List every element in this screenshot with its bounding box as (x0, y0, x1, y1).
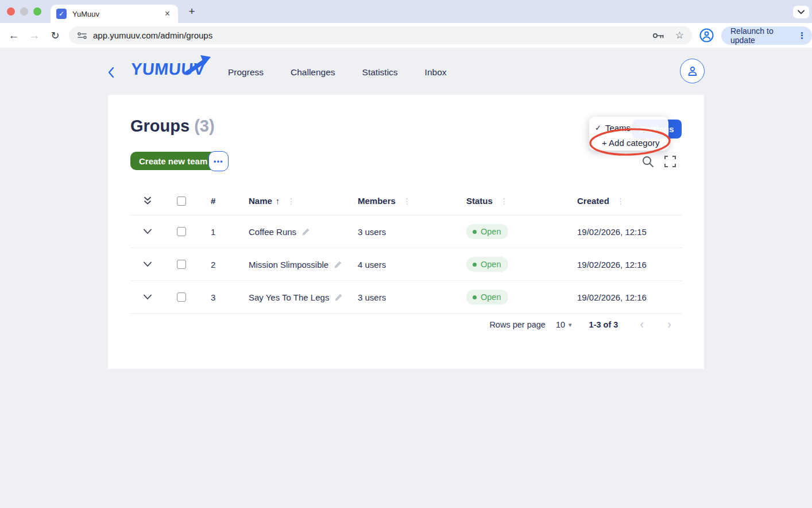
browser-menu-kebab-icon[interactable]: ⋮ (798, 30, 806, 41)
nav-item-inbox[interactable]: Inbox (425, 67, 447, 78)
status-label: Open (481, 227, 501, 236)
yumuuv-logo[interactable]: YUMUUV (131, 60, 205, 80)
table-row: 3 Say Yes To The Legs 3 users Open 19/02… (130, 281, 682, 314)
created-date: 19/02/2026, 12:16 (563, 293, 682, 302)
status-dot-icon (473, 263, 477, 267)
nav-item-challenges[interactable]: Challenges (291, 67, 335, 78)
fullscreen-icon[interactable] (664, 156, 676, 167)
status-badge: Open (466, 224, 508, 239)
row-expand-button[interactable] (130, 229, 165, 234)
chevron-down-icon (143, 294, 152, 300)
relaunch-to-update-button[interactable]: Relaunch to update ⋮ (721, 26, 812, 45)
nav-item-statistics[interactable]: Statistics (362, 67, 398, 78)
dropdown-item-add-category[interactable]: + Add category (589, 136, 668, 149)
created-date: 19/02/2026, 12:16 (563, 260, 682, 270)
column-menu-kebab-icon[interactable]: ⋮ (500, 197, 508, 206)
double-chevron-down-icon (143, 197, 152, 205)
column-header-status[interactable]: Status (466, 196, 493, 206)
edit-pencil-icon[interactable] (334, 260, 342, 269)
row-expand-button[interactable] (130, 294, 165, 300)
groups-table: # Name ↑ ⋮ Members ⋮ Status ⋮ Created ⋮ (130, 187, 682, 314)
dropdown-item-add-category-label: + Add category (602, 138, 660, 148)
page-title: Groups(3) (130, 117, 215, 136)
status-dot-icon (473, 295, 477, 299)
browser-profile-icon[interactable] (699, 28, 714, 45)
rows-per-page-label: Rows per page (489, 320, 546, 329)
tab-close-icon[interactable]: × (163, 9, 172, 19)
column-header-num[interactable]: # (211, 196, 215, 206)
more-actions-button[interactable]: ••• (208, 151, 229, 171)
chevron-down-icon (143, 261, 152, 267)
nav-item-progress[interactable]: Progress (228, 67, 264, 78)
rows-per-page-value: 10 (556, 320, 565, 329)
select-all-checkbox[interactable] (177, 197, 186, 206)
reload-button[interactable]: ↻ (45, 29, 65, 42)
edit-pencil-icon[interactable] (301, 228, 310, 236)
row-checkbox[interactable] (177, 293, 186, 302)
members-count: 3 users (345, 227, 454, 237)
person-icon (687, 66, 698, 77)
groups-card: Groups(3) Create new team ••• Settings ✓… (108, 95, 704, 369)
row-checkbox[interactable] (177, 227, 186, 236)
table-row: 1 Coffee Runs 3 users Open 19/02/2026, 1… (130, 215, 682, 248)
dropdown-item-teams[interactable]: ✓ Teams (589, 121, 668, 134)
group-name[interactable]: Mission Slimpossible (249, 260, 328, 270)
next-page-button[interactable]: › (667, 318, 671, 331)
members-count: 4 users (345, 260, 454, 270)
status-label: Open (481, 293, 501, 302)
browser-tab-strip: ✓ YuMuuv × + (0, 0, 812, 23)
check-icon: ✓ (595, 124, 601, 132)
window-minimize-button[interactable] (20, 7, 28, 16)
tab-search-chevron-button[interactable] (793, 6, 809, 18)
site-settings-icon[interactable] (77, 31, 87, 40)
person-circle-icon (699, 28, 714, 43)
browser-tab[interactable]: ✓ YuMuuv × (51, 5, 178, 23)
new-tab-button[interactable]: + (184, 3, 200, 20)
status-badge: Open (466, 257, 508, 272)
status-badge: Open (466, 290, 508, 305)
relaunch-label: Relaunch to update (730, 26, 792, 45)
user-profile-button[interactable] (680, 59, 705, 83)
row-checkbox[interactable] (177, 260, 186, 269)
logo-arrow-icon (184, 55, 211, 76)
back-button[interactable]: ← (3, 29, 24, 42)
expand-all-button[interactable] (130, 197, 165, 205)
chevron-down-icon (798, 10, 805, 14)
previous-page-button[interactable]: ‹ (640, 318, 644, 331)
address-bar[interactable]: app.yumuuv.com/admin/groups ☆ (69, 26, 692, 44)
status-cell: Open (454, 257, 563, 272)
pagination-bar: Rows per page 10 ▾ 1-3 of 3 ‹ › (130, 313, 682, 336)
rows-per-page-select[interactable]: 10 ▾ (556, 320, 572, 329)
status-cell: Open (454, 290, 563, 305)
column-header-name[interactable]: Name (249, 196, 272, 206)
column-menu-kebab-icon[interactable]: ⋮ (617, 197, 625, 206)
app-back-button[interactable] (107, 67, 115, 80)
row-expand-button[interactable] (130, 261, 165, 267)
ellipsis-icon: ••• (214, 157, 223, 166)
forward-button: → (24, 29, 45, 42)
edit-pencil-icon[interactable] (334, 293, 343, 302)
column-menu-kebab-icon[interactable]: ⋮ (403, 197, 411, 206)
sort-asc-icon[interactable]: ↑ (276, 196, 280, 206)
group-name[interactable]: Coffee Runs (249, 227, 296, 237)
status-dot-icon (473, 230, 477, 234)
column-header-members[interactable]: Members (358, 196, 396, 206)
status-label: Open (481, 260, 501, 269)
window-close-button[interactable] (7, 7, 15, 16)
url-text[interactable]: app.yumuuv.com/admin/groups (93, 30, 212, 40)
column-menu-kebab-icon[interactable]: ⋮ (287, 197, 295, 206)
members-count: 3 users (345, 293, 454, 302)
caret-down-icon: ▾ (569, 321, 572, 329)
window-zoom-button[interactable] (33, 7, 41, 16)
password-key-icon[interactable] (652, 32, 665, 40)
bookmark-star-icon[interactable]: ☆ (675, 29, 684, 41)
created-date: 19/02/2026, 12:15 (563, 227, 682, 237)
group-name[interactable]: Say Yes To The Legs (249, 293, 329, 302)
create-new-team-button[interactable]: Create new team (130, 152, 216, 170)
column-header-created[interactable]: Created (577, 196, 609, 206)
status-cell: Open (454, 224, 563, 239)
category-dropdown-menu: ✓ Teams + Add category (589, 117, 668, 151)
search-icon[interactable] (642, 156, 654, 168)
dropdown-item-teams-label: Teams (605, 123, 631, 133)
table-body: 1 Coffee Runs 3 users Open 19/02/2026, 1… (130, 215, 682, 314)
